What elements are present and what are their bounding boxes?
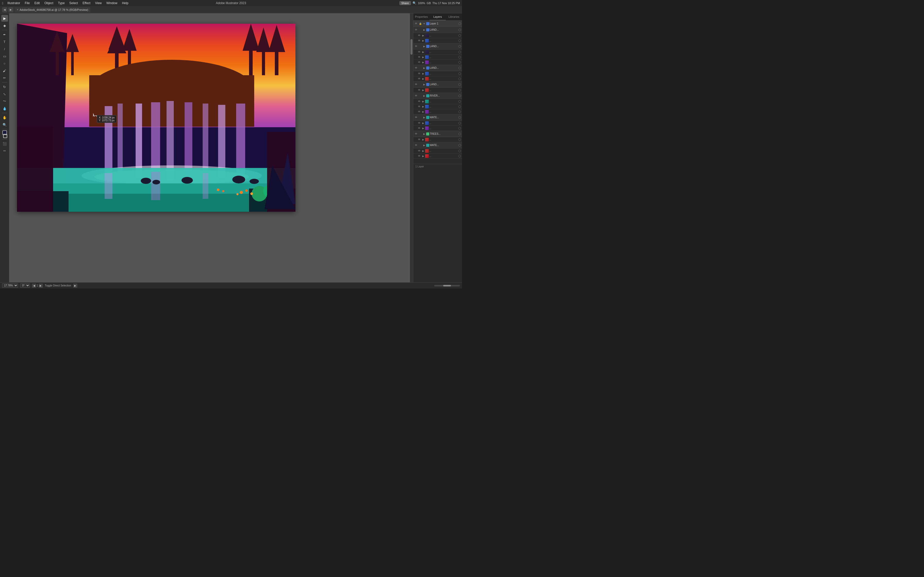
menu-view[interactable]: View: [93, 1, 104, 5]
sublayer-land-2-2-expand[interactable]: ▶: [422, 56, 425, 59]
sublayer-water-1-2-expand[interactable]: ▶: [422, 127, 425, 130]
group-land-1-target[interactable]: [459, 29, 461, 31]
group-river-expand[interactable]: ▶: [423, 94, 426, 97]
sublayer-water-1-1-eye[interactable]: 👁: [417, 121, 421, 125]
forward-button[interactable]: ▶: [8, 7, 13, 12]
group-river-target[interactable]: [459, 95, 461, 97]
group-land-1-expand[interactable]: ▶: [423, 28, 426, 31]
group-water-2-target[interactable]: [459, 144, 461, 147]
toggle-selection-btn[interactable]: ▶: [73, 284, 78, 288]
rotate-tool[interactable]: ↻: [1, 84, 8, 90]
group-land-4-expand[interactable]: ▶: [423, 83, 426, 86]
group-trees-visibility[interactable]: 👁: [414, 132, 418, 136]
sublayer-river-2-eye[interactable]: 👁: [417, 105, 421, 108]
change-screen-mode[interactable]: ⬛: [1, 140, 8, 147]
sublayer-land-2-3-target[interactable]: [459, 61, 461, 64]
group-river-visibility[interactable]: 👁: [414, 94, 418, 98]
sublayer-trees-1[interactable]: 👁 ▶ ...: [413, 137, 462, 142]
group-land-3-target[interactable]: [459, 67, 461, 69]
sublayer-land-2-1-eye[interactable]: 👁: [417, 50, 421, 54]
sublayer-water-1-2-target[interactable]: [459, 127, 461, 130]
sublayer-land-4-1-eye[interactable]: 👁: [417, 89, 421, 92]
layer-1-lock[interactable]: 🔒: [418, 22, 422, 26]
type-tool[interactable]: T: [1, 39, 8, 45]
group-water-2-expand[interactable]: ▶: [423, 144, 426, 147]
sublayer-land-1-2[interactable]: 👁 ▶ ...: [413, 38, 462, 43]
paintbrush-tool[interactable]: 🖌: [1, 67, 8, 74]
zoom-tool[interactable]: 🔍: [1, 121, 8, 128]
sublayer-river-1[interactable]: 👁 ▶ ...: [413, 99, 462, 104]
group-river-header[interactable]: 👁 ▶ RIVER...: [413, 93, 462, 99]
sublayer-land-1-1-eye[interactable]: 👁: [417, 34, 421, 37]
group-water-1-visibility[interactable]: 👁: [414, 116, 418, 119]
sublayer-land-3-1-target[interactable]: [459, 73, 461, 75]
sublayer-river-1-eye[interactable]: 👁: [417, 100, 421, 103]
sublayer-land-2-2[interactable]: 👁 ▶ ...: [413, 55, 462, 60]
vertical-scrollbar[interactable]: [410, 13, 413, 282]
sublayer-water-2-2-eye[interactable]: 👁: [417, 154, 421, 158]
back-button[interactable]: ◀: [2, 7, 7, 12]
tab-close-icon[interactable]: ✕: [16, 8, 19, 11]
group-land-4-target[interactable]: [459, 83, 461, 86]
group-water-2-header[interactable]: 👁 ▶ WATE...: [413, 142, 462, 148]
sublayer-trees-1-expand[interactable]: ▶: [422, 138, 425, 141]
menu-type[interactable]: Type: [56, 1, 67, 5]
sublayer-land-4-1-target[interactable]: [459, 89, 461, 92]
stroke-color[interactable]: [3, 134, 7, 138]
group-trees-header[interactable]: 👁 ▶ TREES...: [413, 131, 462, 137]
sublayer-land-3-2-expand[interactable]: ▶: [422, 77, 425, 81]
group-land-4-header[interactable]: 👁 ▶ LAND...: [413, 81, 462, 88]
sublayer-water-1-1-expand[interactable]: ▶: [422, 122, 425, 125]
tab-properties[interactable]: Properties: [413, 13, 430, 20]
sublayer-land-3-2-eye[interactable]: 👁: [417, 77, 421, 81]
scale-tool[interactable]: ⤡: [1, 91, 8, 97]
group-land-2-header[interactable]: 👁 ▶ LAND...: [413, 43, 462, 50]
menu-help[interactable]: Help: [120, 1, 131, 5]
layer-1-visibility[interactable]: 👁: [414, 22, 418, 26]
tab-libraries[interactable]: Libraries: [446, 13, 462, 20]
sublayer-land-2-1[interactable]: 👁 ▶ ...: [413, 50, 462, 55]
sublayer-land-2-2-target[interactable]: [459, 56, 461, 58]
sublayer-land-4-1-expand[interactable]: ▶: [422, 89, 425, 92]
sublayer-land-1-1-target[interactable]: [459, 34, 461, 37]
layer-1-expand[interactable]: ▼: [423, 22, 426, 25]
sublayer-land-2-3[interactable]: 👁 ▶ ...: [413, 60, 462, 65]
group-land-1-visibility[interactable]: 👁: [414, 28, 418, 32]
sublayer-water-2-2[interactable]: 👁 ▶ ...: [413, 153, 462, 159]
group-water-1-expand[interactable]: ▶: [423, 116, 426, 119]
menu-object[interactable]: Object: [42, 1, 55, 5]
sublayer-water-2-1-eye[interactable]: 👁: [417, 149, 421, 153]
direct-selection-tool[interactable]: ◆: [1, 22, 8, 29]
sublayer-water-1-1-target[interactable]: [459, 122, 461, 124]
sublayer-land-1-2-eye[interactable]: 👁: [417, 39, 421, 42]
sublayer-water-1-1[interactable]: 👁 ▶ ...: [413, 121, 462, 126]
scroll-thumb[interactable]: [410, 39, 412, 55]
layer-1-target[interactable]: [459, 23, 461, 25]
sublayer-river-3-eye[interactable]: 👁: [417, 110, 421, 114]
group-land-3-header[interactable]: 👁 ▶ LAND...: [413, 65, 462, 71]
sublayer-land-2-3-expand[interactable]: ▶: [422, 61, 425, 64]
sublayer-trees-1-target[interactable]: [459, 138, 461, 141]
sublayer-river-1-expand[interactable]: ▶: [422, 100, 425, 103]
group-land-3-visibility[interactable]: 👁: [414, 66, 418, 70]
sublayer-land-4-1[interactable]: 👁 ▶ ...: [413, 88, 462, 93]
group-trees-target[interactable]: [459, 133, 461, 135]
sublayer-river-3-expand[interactable]: ▶: [422, 110, 425, 113]
sublayer-land-3-1-eye[interactable]: 👁: [417, 72, 421, 76]
tab-layers[interactable]: Layers: [430, 13, 446, 20]
selection-tool[interactable]: ▶: [1, 15, 8, 22]
rotation-select[interactable]: 0°: [20, 283, 30, 288]
sublayer-water-2-1[interactable]: 👁 ▶ ...: [413, 148, 462, 153]
sublayer-river-1-target[interactable]: [459, 100, 461, 103]
group-water-2-visibility[interactable]: 👁: [414, 143, 418, 147]
menu-illustrator[interactable]: Illustrator: [5, 1, 22, 5]
eyedropper-tool[interactable]: 💧: [1, 105, 8, 112]
menu-effect[interactable]: Effect: [81, 1, 92, 5]
zoom-select[interactable]: 17.78% 25% 50% 100%: [2, 283, 18, 288]
hand-tool[interactable]: ✋: [1, 114, 8, 121]
pen-tool[interactable]: ✒: [1, 31, 8, 38]
group-water-1-target[interactable]: [459, 116, 461, 119]
scroll-indicator[interactable]: [434, 285, 460, 287]
rect-tool[interactable]: ▭: [1, 53, 8, 60]
sublayer-water-2-1-expand[interactable]: ▶: [422, 150, 425, 153]
